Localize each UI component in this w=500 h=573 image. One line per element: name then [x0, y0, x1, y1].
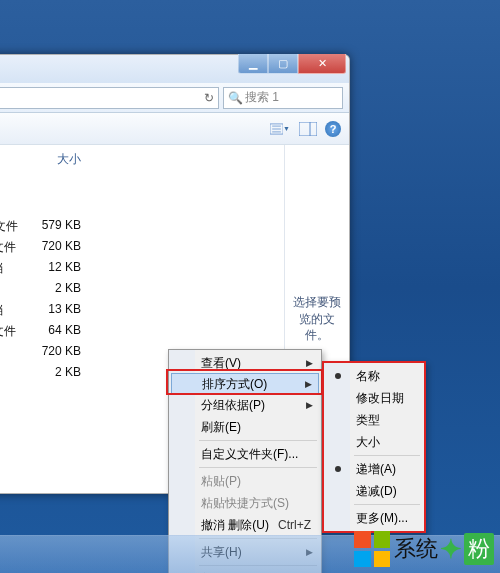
file-row[interactable]: 0/7/6 15:42PNG 图片文件579 KB: [0, 216, 284, 237]
annotation-highlight-sort: [166, 369, 323, 395]
sort-submenu: 名称 修改日期 类型 大小 递增(A) 递减(D) 更多(M)...: [322, 361, 426, 533]
address-bar: ◄ ► ↻ 🔍 搜索 1: [0, 83, 349, 113]
menu-refresh[interactable]: 刷新(E): [171, 416, 319, 438]
watermark-text-b: 粉: [464, 533, 494, 565]
preview-pane-button[interactable]: [297, 118, 319, 140]
file-row[interactable]: 1/5/31 16:26DOCX 文档12 KB: [0, 258, 284, 279]
file-row[interactable]: 1/5/24 13:58文件夹: [0, 195, 284, 216]
search-input[interactable]: 🔍 搜索 1: [223, 87, 343, 109]
sort-by-type[interactable]: 类型: [326, 409, 422, 431]
watermark-text-a: 系统: [394, 534, 438, 564]
close-button[interactable]: ✕: [298, 54, 346, 74]
shortcut-label: Ctrl+Z: [278, 518, 311, 532]
ms-logo-icon: [354, 531, 390, 567]
file-row[interactable]: 1/6/2 13:46文件夹: [0, 174, 284, 195]
sort-by-size[interactable]: 大小: [326, 431, 422, 453]
sort-descending[interactable]: 递减(D): [326, 480, 422, 502]
help-button[interactable]: ?: [325, 121, 341, 137]
refresh-icon[interactable]: ↻: [204, 91, 214, 105]
radio-dot-icon: [335, 373, 341, 379]
sort-by-date[interactable]: 修改日期: [326, 387, 422, 409]
sort-by-name[interactable]: 名称: [326, 365, 422, 387]
menu-group[interactable]: 分组依据(P)▶: [171, 394, 319, 416]
menu-paste-shortcut[interactable]: 粘贴快捷方式(S): [171, 492, 319, 514]
svg-rect-4: [299, 122, 317, 136]
submenu-arrow-icon: ▶: [306, 358, 313, 368]
titlebar[interactable]: ▁ ▢ ✕: [0, 55, 349, 83]
watermark-logo: 系统 ✦ 粉: [354, 531, 494, 567]
column-header-size[interactable]: 大小: [27, 151, 87, 168]
radio-dot-icon: [335, 466, 341, 472]
preview-placeholder: 选择要预览的文件。: [289, 294, 345, 344]
menu-customize[interactable]: 自定义文件夹(F)...: [171, 443, 319, 465]
search-placeholder-text: 搜索 1: [245, 89, 279, 106]
sort-ascending[interactable]: 递增(A): [326, 458, 422, 480]
sort-more[interactable]: 更多(M)...: [326, 507, 422, 529]
file-row[interactable]: 1/5/10 14:24快捷方式2 KB: [0, 279, 284, 300]
toolbar: ▼ ?: [0, 113, 349, 145]
file-row[interactable]: 1/5/27 10:48JPG 图片文件64 KB: [0, 321, 284, 342]
search-icon: 🔍: [228, 91, 243, 105]
column-header-type[interactable]: 类型: [0, 151, 27, 168]
menu-undo-delete[interactable]: 撤消 删除(U)Ctrl+Z: [171, 514, 319, 536]
address-input[interactable]: ↻: [0, 87, 219, 109]
view-options-button[interactable]: ▼: [269, 118, 291, 140]
submenu-arrow-icon: ▶: [306, 400, 313, 410]
minimize-button[interactable]: ▁: [238, 54, 268, 74]
file-row[interactable]: 1/4/26 14:30DOCX 文档13 KB: [0, 300, 284, 321]
watermark-slash-icon: ✦: [440, 534, 462, 565]
maximize-button[interactable]: ▢: [268, 54, 298, 74]
file-row[interactable]: 1/4/26 15:07JPG 图片文件720 KB: [0, 237, 284, 258]
menu-paste[interactable]: 粘贴(P): [171, 470, 319, 492]
